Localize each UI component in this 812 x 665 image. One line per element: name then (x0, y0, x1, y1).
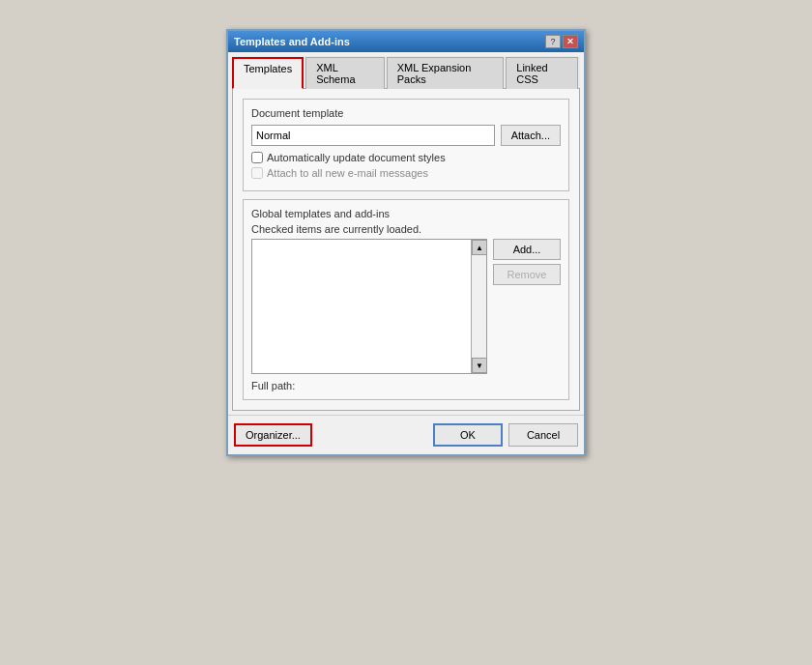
email-attach-checkbox (251, 167, 263, 179)
document-template-label: Document template (251, 107, 561, 119)
templates-list-container: ▲ ▼ (251, 239, 487, 374)
templates-list[interactable] (252, 240, 471, 373)
dialog-content: Templates XML Schema XML Expansion Packs… (228, 52, 584, 415)
scroll-track (472, 255, 486, 358)
global-templates-label: Global templates and add-ins (251, 208, 561, 219)
bottom-bar: Organizer... OK Cancel (228, 415, 584, 454)
full-path-row: Full path: (251, 380, 561, 391)
auto-update-checkbox[interactable] (251, 152, 263, 163)
title-bar-controls: ? ✕ (545, 35, 578, 48)
template-row: Attach... (251, 125, 561, 146)
dialog-wrapper: Templates and Add-ins ? ✕ Templates XML … (226, 29, 586, 456)
help-button[interactable]: ? (545, 35, 561, 48)
email-attach-row: Attach to all new e-mail messages (251, 167, 561, 179)
full-path-label: Full path: (251, 380, 295, 391)
scroll-down-arrow[interactable]: ▼ (472, 358, 487, 373)
dialog-title: Templates and Add-ins (234, 36, 350, 47)
auto-update-row: Automatically update document styles (251, 152, 561, 163)
ok-cancel-group: OK Cancel (433, 423, 578, 447)
scroll-up-arrow[interactable]: ▲ (472, 240, 487, 255)
close-button[interactable]: ✕ (563, 35, 578, 48)
auto-update-label: Automatically update document styles (267, 152, 446, 163)
tab-templates[interactable]: Templates (232, 57, 304, 89)
list-area-row: ▲ ▼ Add... Remove (251, 239, 561, 374)
checked-info-label: Checked items are currently loaded. (251, 223, 561, 235)
tab-xml-expansion-packs[interactable]: XML Expansion Packs (387, 57, 505, 89)
global-templates-section: Global templates and add-ins Checked ite… (243, 199, 569, 400)
tab-linked-css[interactable]: Linked CSS (506, 57, 578, 89)
cancel-button[interactable]: Cancel (508, 423, 578, 447)
list-scrollbar[interactable]: ▲ ▼ (471, 240, 486, 373)
document-template-section: Document template Attach... Automaticall… (243, 99, 569, 191)
email-attach-label: Attach to all new e-mail messages (267, 167, 428, 179)
remove-button[interactable]: Remove (493, 264, 561, 285)
add-button[interactable]: Add... (493, 239, 561, 260)
organizer-button[interactable]: Organizer... (234, 423, 312, 447)
tabs-row: Templates XML Schema XML Expansion Packs… (232, 56, 580, 89)
tab-xml-schema[interactable]: XML Schema (305, 57, 385, 89)
list-buttons: Add... Remove (493, 239, 561, 374)
template-input[interactable] (251, 125, 495, 146)
attach-button[interactable]: Attach... (501, 125, 561, 146)
ok-button[interactable]: OK (433, 423, 503, 447)
title-bar: Templates and Add-ins ? ✕ (228, 31, 584, 52)
tab-panel-templates: Document template Attach... Automaticall… (232, 89, 580, 411)
templates-dialog: Templates and Add-ins ? ✕ Templates XML … (226, 29, 586, 456)
